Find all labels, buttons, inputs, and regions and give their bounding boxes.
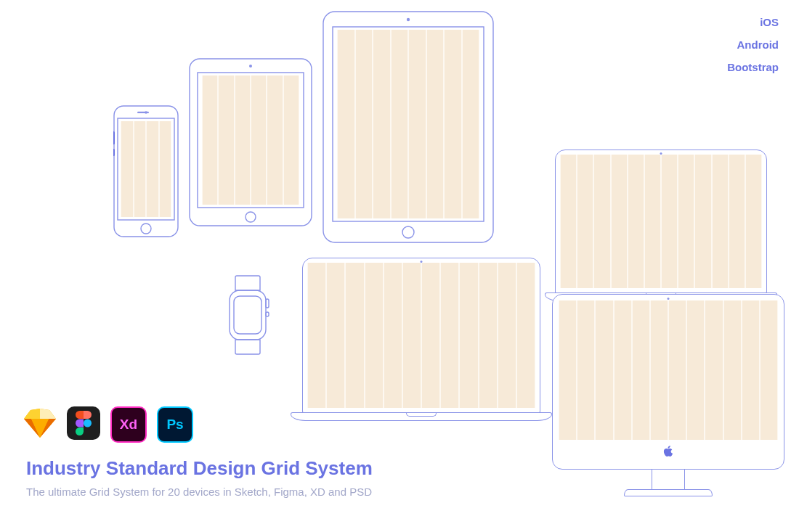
svg-rect-15: [230, 290, 266, 340]
device-laptop-back: [545, 150, 777, 301]
apple-logo-icon: [663, 446, 673, 460]
sketch-icon: [23, 406, 57, 440]
nav-bootstrap[interactable]: Bootstrap: [727, 61, 779, 73]
svg-point-19: [84, 420, 92, 427]
hero-text: Industry Standard Design Grid System The…: [26, 457, 373, 498]
svg-point-6: [246, 212, 256, 222]
svg-rect-12: [137, 112, 149, 113]
device-phone: [113, 105, 179, 237]
svg-rect-16: [234, 296, 261, 334]
svg-rect-14: [113, 149, 115, 156]
svg-rect-13: [113, 131, 115, 144]
app-icons-row: Xd Ps: [23, 406, 193, 443]
svg-rect-18: [266, 312, 269, 316]
svg-point-2: [402, 226, 414, 238]
camera-icon: [668, 298, 670, 300]
svg-point-10: [141, 224, 151, 234]
figma-icon: [67, 406, 100, 440]
page-title: Industry Standard Design Grid System: [26, 457, 373, 480]
device-tablet-large: [323, 11, 494, 243]
device-tablet-small: [189, 58, 312, 226]
device-laptop-front: [291, 258, 552, 421]
svg-rect-17: [266, 299, 269, 308]
nav-ios[interactable]: iOS: [727, 16, 779, 28]
platform-nav: iOS Android Bootstrap: [727, 16, 779, 83]
svg-point-7: [249, 65, 252, 67]
device-watch: [225, 274, 270, 356]
svg-point-3: [407, 18, 410, 21]
adobe-xd-icon: Xd: [110, 406, 147, 443]
device-desktop: [552, 294, 784, 496]
nav-android[interactable]: Android: [727, 38, 779, 51]
photoshop-icon: Ps: [157, 406, 193, 443]
page-subtitle: The ultimate Grid System for 20 devices …: [26, 486, 373, 498]
